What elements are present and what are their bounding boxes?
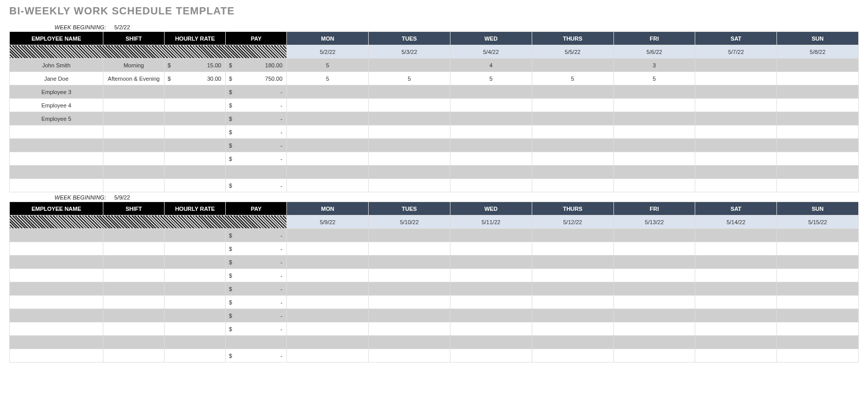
- hours-cell[interactable]: [532, 139, 613, 152]
- hours-cell[interactable]: [777, 59, 859, 72]
- hours-cell[interactable]: 5: [613, 72, 695, 85]
- date-cell[interactable]: 5/6/22: [613, 45, 695, 59]
- hours-cell[interactable]: [450, 85, 532, 99]
- hourly-rate-cell[interactable]: [165, 85, 226, 99]
- hours-cell[interactable]: [287, 152, 369, 166]
- hours-cell[interactable]: [613, 296, 695, 309]
- hours-cell[interactable]: [287, 282, 369, 296]
- hourly-rate-cell[interactable]: [165, 349, 226, 363]
- hours-cell[interactable]: 5: [369, 72, 450, 85]
- hourly-rate-cell[interactable]: [165, 166, 226, 179]
- hourly-rate-cell[interactable]: [165, 152, 226, 166]
- hourly-rate-cell[interactable]: [165, 309, 226, 322]
- hours-cell[interactable]: [532, 349, 613, 363]
- hours-cell[interactable]: [287, 229, 369, 242]
- hours-cell[interactable]: [613, 85, 695, 99]
- hours-cell[interactable]: [695, 296, 777, 309]
- shift-cell[interactable]: [103, 179, 164, 192]
- shift-cell[interactable]: [103, 139, 164, 152]
- hours-cell[interactable]: [369, 256, 450, 269]
- hours-cell[interactable]: [287, 349, 369, 363]
- hours-cell[interactable]: [287, 166, 369, 179]
- date-cell[interactable]: 5/4/22: [450, 45, 532, 59]
- hours-cell[interactable]: [777, 349, 859, 363]
- pay-cell[interactable]: $-: [226, 229, 287, 242]
- hours-cell[interactable]: [450, 269, 532, 282]
- hours-cell[interactable]: [287, 85, 369, 99]
- pay-cell[interactable]: $-: [226, 179, 287, 192]
- hours-cell[interactable]: 4: [450, 59, 532, 72]
- date-cell[interactable]: 5/8/22: [777, 45, 859, 59]
- hours-cell[interactable]: [613, 139, 695, 152]
- hours-cell[interactable]: [450, 256, 532, 269]
- hours-cell[interactable]: [287, 269, 369, 282]
- hours-cell[interactable]: [777, 166, 859, 179]
- hours-cell[interactable]: [695, 152, 777, 166]
- pay-cell[interactable]: $-: [226, 242, 287, 256]
- hours-cell[interactable]: [777, 72, 859, 85]
- hours-cell[interactable]: [450, 179, 532, 192]
- hours-cell[interactable]: [532, 152, 613, 166]
- hours-cell[interactable]: [613, 152, 695, 166]
- employee-name-cell[interactable]: [10, 256, 103, 269]
- pay-cell[interactable]: $-: [226, 152, 287, 166]
- employee-name-cell[interactable]: [10, 309, 103, 322]
- pay-cell[interactable]: $-: [226, 322, 287, 336]
- date-cell[interactable]: 5/7/22: [695, 45, 777, 59]
- pay-cell[interactable]: $-: [226, 269, 287, 282]
- employee-name-cell[interactable]: [10, 296, 103, 309]
- hours-cell[interactable]: [777, 309, 859, 322]
- hours-cell[interactable]: [369, 99, 450, 112]
- hourly-rate-cell[interactable]: [165, 336, 226, 349]
- hours-cell[interactable]: [369, 112, 450, 125]
- hours-cell[interactable]: [287, 256, 369, 269]
- shift-cell[interactable]: [103, 309, 164, 322]
- hours-cell[interactable]: [613, 166, 695, 179]
- hours-cell[interactable]: [287, 139, 369, 152]
- hours-cell[interactable]: [369, 85, 450, 99]
- employee-name-cell[interactable]: [10, 322, 103, 336]
- employee-name-cell[interactable]: [10, 269, 103, 282]
- date-cell[interactable]: 5/3/22: [369, 45, 450, 59]
- shift-cell[interactable]: [103, 125, 164, 139]
- hours-cell[interactable]: [613, 309, 695, 322]
- hours-cell[interactable]: [287, 179, 369, 192]
- hours-cell[interactable]: [369, 166, 450, 179]
- hours-cell[interactable]: [450, 282, 532, 296]
- hourly-rate-cell[interactable]: [165, 139, 226, 152]
- shift-cell[interactable]: [103, 256, 164, 269]
- hours-cell[interactable]: [287, 309, 369, 322]
- shift-cell[interactable]: [103, 296, 164, 309]
- shift-cell[interactable]: [103, 269, 164, 282]
- pay-cell[interactable]: $-: [226, 112, 287, 125]
- hours-cell[interactable]: [695, 269, 777, 282]
- hours-cell[interactable]: [369, 229, 450, 242]
- employee-name-cell[interactable]: Employee 4: [10, 99, 103, 112]
- hours-cell[interactable]: [695, 125, 777, 139]
- hours-cell[interactable]: [450, 99, 532, 112]
- hours-cell[interactable]: [777, 296, 859, 309]
- hours-cell[interactable]: [695, 166, 777, 179]
- hours-cell[interactable]: [695, 322, 777, 336]
- hours-cell[interactable]: [613, 282, 695, 296]
- hourly-rate-cell[interactable]: [165, 242, 226, 256]
- shift-cell[interactable]: [103, 99, 164, 112]
- hours-cell[interactable]: [369, 296, 450, 309]
- hourly-rate-cell[interactable]: $15.00: [165, 59, 226, 72]
- employee-name-cell[interactable]: [10, 139, 103, 152]
- shift-cell[interactable]: [103, 229, 164, 242]
- hours-cell[interactable]: [532, 322, 613, 336]
- hours-cell[interactable]: [450, 112, 532, 125]
- date-cell[interactable]: 5/11/22: [450, 215, 532, 229]
- hours-cell[interactable]: [532, 282, 613, 296]
- hours-cell[interactable]: [369, 179, 450, 192]
- employee-name-cell[interactable]: [10, 166, 103, 179]
- date-cell[interactable]: 5/15/22: [777, 215, 859, 229]
- hours-cell[interactable]: [613, 99, 695, 112]
- hours-cell[interactable]: [777, 179, 859, 192]
- shift-cell[interactable]: Morning: [103, 59, 164, 72]
- hourly-rate-cell[interactable]: [165, 179, 226, 192]
- hours-cell[interactable]: [450, 322, 532, 336]
- hours-cell[interactable]: [613, 336, 695, 349]
- employee-name-cell[interactable]: [10, 229, 103, 242]
